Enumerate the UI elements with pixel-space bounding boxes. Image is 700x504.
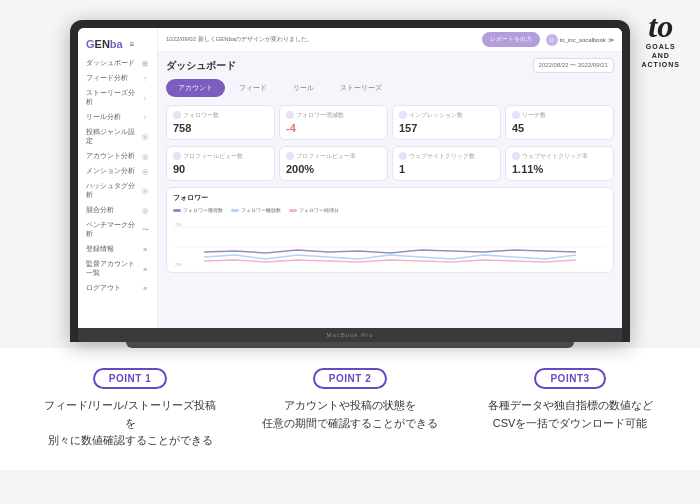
sidebar-item-accounts-list[interactable]: 監督アカウント一覧 ≡	[78, 257, 157, 281]
info-icon	[399, 152, 407, 160]
sidebar-logo: GENba ≡	[78, 34, 157, 56]
stat-website-click-rate: ウェブサイトクリック率 1.11%	[505, 146, 614, 181]
point-card-2: POINT 2 アカウントや投稿の状態を 任意の期間で確認することができる	[250, 368, 450, 450]
info-icon	[173, 111, 181, 119]
sidebar-item-competitor[interactable]: 競合分析 ◎	[78, 203, 157, 218]
tab-reels[interactable]: リール	[281, 79, 326, 97]
stat-value: 90	[173, 163, 268, 175]
point-badge-1: POINT 1	[93, 368, 167, 389]
laptop-stand	[126, 342, 574, 348]
info-icon	[512, 111, 520, 119]
laptop-base: MacBook Pro	[78, 328, 622, 342]
sidebar-item-icon: ⊞	[141, 60, 149, 68]
stat-profile-view-rate: プロフィールビュー率 200%	[279, 146, 388, 181]
sidebar-item-registration[interactable]: 登録情報 ≡	[78, 242, 157, 257]
sidebar-item-icon: ↑	[141, 94, 149, 102]
sidebar-logo-text: GENba	[86, 38, 123, 50]
info-icon	[286, 152, 294, 160]
sidebar-item-dashboard[interactable]: ダッシュボード ⊞	[78, 56, 157, 71]
stats-grid-row1: フォロワー数 758 フォロワー増減数 -4	[166, 105, 614, 140]
stat-impressions: インプレッション数 157	[392, 105, 501, 140]
legend-dot	[289, 209, 297, 212]
laptop-frame: GENba ≡ ダッシュボード ⊞ フィード分析 ↑	[70, 20, 630, 342]
dashboard-header: ダッシュボード 2022/08/22 〜 2022/09/21	[166, 58, 614, 73]
to-logo-sub: GOALS AND ACTIONS	[642, 42, 681, 69]
sidebar-item-account[interactable]: アカウント分析 ◎	[78, 149, 157, 164]
top-section: to GOALS AND ACTIONS GENba ≡	[0, 0, 700, 348]
bottom-section: POINT 1 フィード/リール/ストーリーズ投稿を 別々に数値確認することがで…	[0, 348, 700, 470]
sidebar-item-mention[interactable]: メンション分析 ◎	[78, 164, 157, 179]
legend-dot	[173, 209, 181, 212]
info-icon	[286, 111, 294, 119]
expand-icon[interactable]: ≫	[608, 36, 614, 43]
stat-value: 157	[399, 122, 494, 134]
topbar: 1022/09/02 新しくGENbaのデザインが変わりました。 レポートを出力…	[158, 28, 622, 52]
sidebar-item-icon: ◎	[141, 133, 149, 141]
stat-value: 200%	[286, 163, 381, 175]
svg-text:786: 786	[175, 262, 183, 267]
sidebar-item-icon: ≡	[141, 246, 149, 254]
laptop-model: MacBook Pro	[326, 332, 373, 338]
sidebar-item-feed[interactable]: フィード分析 ↑	[78, 71, 157, 86]
point-card-3: POINT3 各種データや独自指標の数値など CSVを一括でダウンロード可能	[470, 368, 670, 450]
tab-account[interactable]: アカウント	[166, 79, 225, 97]
followers-section: フォロワー フォロワー獲得数 フォロワー離脱数	[166, 187, 614, 273]
info-icon	[173, 152, 181, 160]
stat-followers: フォロワー数 758	[166, 105, 275, 140]
sidebar-item-icon: 〜	[141, 226, 149, 234]
sidebar-item-icon: ◎	[141, 207, 149, 215]
sidebar-item-icon: ◎	[141, 168, 149, 176]
stat-website-clicks: ウェブサイトクリック数 1	[392, 146, 501, 181]
stats-grid-row2: プロフィールビュー数 90 プロフィールビュー率 200%	[166, 146, 614, 181]
menu-icon[interactable]: ≡	[126, 40, 139, 49]
user-avatar: U	[546, 34, 558, 46]
sidebar-item-icon: ≡	[141, 285, 149, 293]
legend-item-gained: フォロワー獲得数	[173, 207, 223, 213]
tab-feed[interactable]: フィード	[227, 79, 279, 97]
topbar-notice: 1022/09/02 新しくGENbaのデザインが変わりました。	[166, 35, 482, 44]
laptop-screen: GENba ≡ ダッシュボード ⊞ フィード分析 ↑	[78, 28, 622, 328]
sidebar-item-icon: ◎	[141, 153, 149, 161]
point-text-1: フィード/リール/ストーリーズ投稿を 別々に数値確認することができる	[40, 397, 220, 450]
sidebar-item-icon: ◎	[141, 187, 149, 195]
sidebar: GENba ≡ ダッシュボード ⊞ フィード分析 ↑	[78, 28, 158, 328]
stat-value: 45	[512, 122, 607, 134]
stat-value: 1	[399, 163, 494, 175]
sidebar-item-logout[interactable]: ログアウト ≡	[78, 281, 157, 296]
legend-item-net: フォロワー純増分	[289, 207, 339, 213]
chart-area: 784 786	[173, 217, 607, 267]
point-badge-3: POINT3	[534, 368, 605, 389]
date-range: 2022/08/22 〜 2022/09/21	[533, 58, 614, 73]
svg-text:784: 784	[175, 222, 183, 227]
chart-svg: 784 786	[173, 217, 607, 267]
point-text-2: アカウントや投稿の状態を 任意の期間で確認することができる	[260, 397, 440, 432]
info-icon	[512, 152, 520, 160]
sidebar-item-stories[interactable]: ストーリーズ分析 ↑	[78, 86, 157, 110]
tab-stories[interactable]: ストーリーズ	[328, 79, 394, 97]
sidebar-item-icon: ↑	[141, 75, 149, 83]
stat-value: 1.11%	[512, 163, 607, 175]
page-title: ダッシュボード	[166, 59, 236, 73]
report-button[interactable]: レポートを出力	[482, 32, 540, 47]
point-card-1: POINT 1 フィード/リール/ストーリーズ投稿を 別々に数値確認することがで…	[30, 368, 230, 450]
to-logo-text: to	[642, 10, 681, 42]
sidebar-item-genre[interactable]: 投稿ジャンル設定 ◎	[78, 125, 157, 149]
stat-followers-change: フォロワー増減数 -4	[279, 105, 388, 140]
legend-dot	[231, 209, 239, 212]
topbar-user: U to_inc_socalbook ≫	[546, 34, 614, 46]
main-content: 1022/09/02 新しくGENbaのデザインが変わりました。 レポートを出力…	[158, 28, 622, 328]
info-icon	[399, 111, 407, 119]
to-logo: to GOALS AND ACTIONS	[642, 10, 681, 69]
point-badge-2: POINT 2	[313, 368, 387, 389]
tab-bar: アカウント フィード リール ストーリーズ	[166, 79, 614, 97]
stat-value: -4	[286, 122, 381, 134]
sidebar-item-benchmark[interactable]: ベンチマーク分析 〜	[78, 218, 157, 242]
sidebar-item-hashtag[interactable]: ハッシュタグ分析 ◎	[78, 179, 157, 203]
sidebar-item-reels[interactable]: リール分析 ↑	[78, 110, 157, 125]
sidebar-item-icon: ↑	[141, 114, 149, 122]
laptop: GENba ≡ ダッシュボード ⊞ フィード分析 ↑	[70, 20, 630, 348]
user-name: to_inc_socalbook	[560, 37, 606, 43]
dashboard: ダッシュボード 2022/08/22 〜 2022/09/21 アカウント フィ…	[158, 52, 622, 328]
followers-title: フォロワー	[173, 193, 607, 203]
stat-reach: リーチ数 45	[505, 105, 614, 140]
